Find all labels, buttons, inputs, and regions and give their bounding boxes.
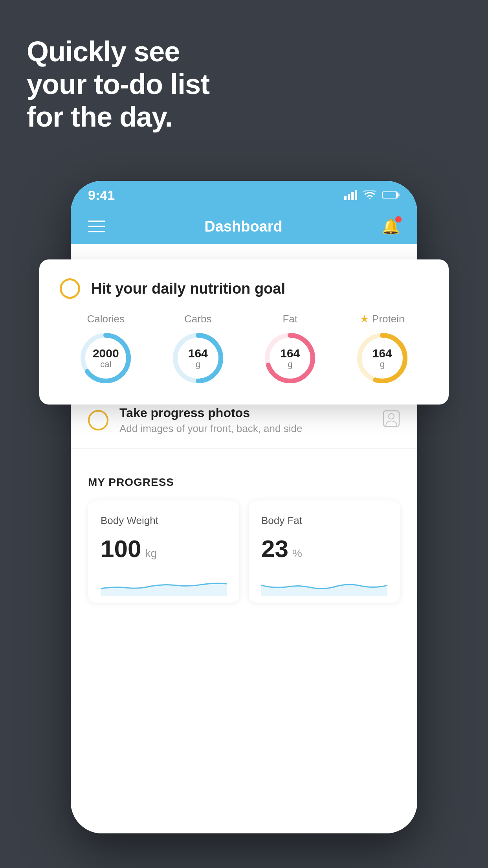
fat-circle: 164 g (262, 331, 317, 386)
nutrition-protein: ★ Protein 164 g (355, 313, 410, 386)
carbs-value: 164 g (188, 347, 208, 369)
fat-label: Fat (283, 313, 297, 325)
body-fat-value: 23 (261, 535, 288, 563)
body-weight-card[interactable]: Body Weight 100 kg (88, 500, 239, 603)
body-fat-unit: % (292, 547, 302, 560)
nutrition-card: Hit your daily nutrition goal Calories 2… (39, 259, 449, 405)
protein-circle: 164 g (355, 331, 410, 386)
body-fat-card[interactable]: Body Fat 23 % (249, 500, 400, 603)
bell-button[interactable]: 🔔 (382, 218, 400, 235)
svg-rect-2 (351, 192, 354, 200)
status-icons (344, 190, 400, 200)
todo-check-photos[interactable] (88, 410, 108, 430)
body-fat-value-row: 23 % (261, 535, 387, 563)
calories-value: 2000 cal (93, 347, 119, 369)
nutrition-calories: Calories 2000 cal (78, 313, 133, 386)
svg-rect-3 (355, 190, 357, 200)
body-weight-unit: kg (145, 547, 157, 560)
calories-circle: 2000 cal (78, 331, 133, 386)
hero-text: Quickly see your to-do list for the day. (27, 35, 209, 133)
calories-label: Calories (87, 313, 125, 325)
nutrition-carbs: Carbs 164 g (171, 313, 226, 386)
body-weight-title: Body Weight (101, 515, 227, 527)
progress-cards: Body Weight 100 kg Body Fat 23 % (88, 500, 400, 603)
progress-section: MY PROGRESS Body Weight 100 kg Body Fat (71, 460, 417, 603)
nutrition-row: Calories 2000 cal Carbs (60, 313, 428, 386)
nutrition-check-circle[interactable] (60, 278, 80, 299)
battery-icon (382, 190, 400, 200)
card-title-row: Hit your daily nutrition goal (60, 278, 428, 299)
protein-star-icon: ★ (360, 313, 369, 325)
app-header: Dashboard 🔔 (71, 209, 417, 244)
carbs-circle: 164 g (171, 331, 226, 386)
todo-text-photos: Take progress photos Add images of your … (119, 406, 372, 435)
hero-line1: Quickly see (27, 35, 209, 68)
hamburger-menu[interactable] (88, 221, 105, 232)
status-bar: 9:41 (71, 181, 417, 209)
status-time: 9:41 (88, 188, 115, 203)
todo-title-photos: Take progress photos (119, 406, 372, 420)
carbs-label: Carbs (184, 313, 211, 325)
notification-dot (395, 216, 402, 223)
body-fat-title: Body Fat (261, 515, 387, 527)
progress-header: MY PROGRESS (88, 476, 400, 489)
svg-point-10 (389, 414, 394, 419)
wifi-icon (363, 190, 376, 200)
hero-line2: your to-do list (27, 68, 209, 101)
header-title: Dashboard (204, 218, 282, 235)
svg-rect-6 (383, 192, 396, 198)
hero-line3: for the day. (27, 101, 209, 133)
svg-rect-5 (398, 193, 400, 197)
svg-rect-1 (348, 194, 350, 200)
body-weight-value-row: 100 kg (101, 535, 227, 563)
body-fat-chart (261, 569, 387, 596)
protein-value: 164 g (372, 347, 392, 369)
protein-label: ★ Protein (360, 313, 404, 325)
signal-icon (344, 190, 358, 200)
body-weight-value: 100 (101, 535, 141, 563)
svg-rect-0 (344, 196, 347, 200)
body-weight-chart (101, 569, 227, 596)
nutrition-fat: Fat 164 g (262, 313, 317, 386)
fat-value: 164 g (280, 347, 300, 369)
todo-subtitle-photos: Add images of your front, back, and side (119, 423, 372, 435)
person-icon (383, 410, 400, 431)
nutrition-card-title: Hit your daily nutrition goal (91, 280, 285, 297)
